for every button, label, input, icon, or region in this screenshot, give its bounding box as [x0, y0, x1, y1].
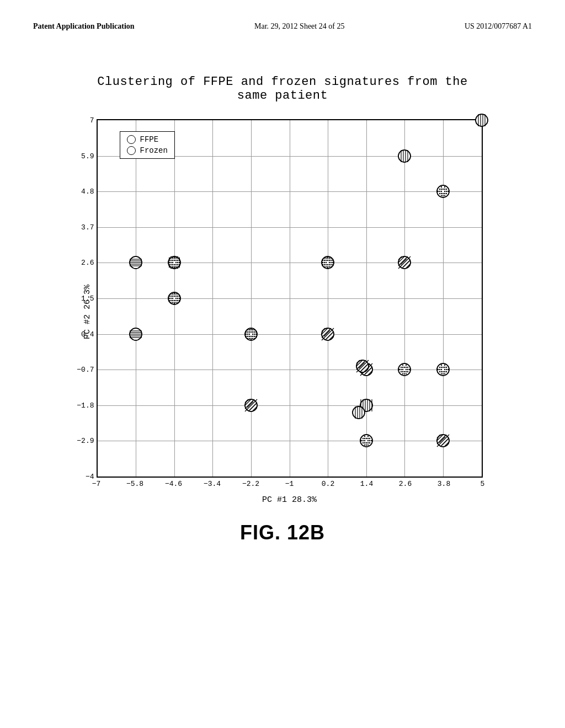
svg-point-226 [367, 445, 368, 446]
svg-point-231 [369, 440, 370, 441]
svg-point-267 [406, 365, 407, 366]
data-point-15 [435, 184, 451, 199]
data-point-1 [128, 255, 143, 270]
svg-point-165 [326, 258, 327, 259]
svg-point-286 [446, 193, 447, 194]
data-point-14 [397, 362, 412, 377]
svg-point-113 [249, 333, 250, 334]
svg-point-30 [170, 262, 171, 263]
svg-point-109 [247, 331, 248, 332]
svg-point-309 [438, 369, 439, 370]
plot-area: 7 5.9 4.8 3.7 2.6 1.5 0.4 −0.7 −1.8 −2.9… [97, 119, 483, 478]
svg-point-77 [177, 296, 178, 297]
svg-point-218 [360, 440, 361, 441]
svg-point-153 [324, 260, 325, 261]
svg-point-233 [367, 438, 368, 439]
header-right: US 2012/0077687 A1 [465, 22, 532, 31]
svg-point-273 [402, 371, 403, 372]
svg-point-92 [172, 296, 173, 297]
svg-point-314 [443, 371, 444, 372]
svg-point-93 [175, 296, 176, 297]
svg-point-85 [172, 302, 173, 303]
chart-container: Clustering of FFPE and frozen signatures… [33, 75, 532, 505]
svg-point-24 [177, 264, 178, 265]
svg-point-90 [170, 298, 171, 299]
data-point-18 [435, 433, 451, 448]
svg-point-112 [246, 333, 247, 334]
svg-point-219 [364, 440, 365, 441]
chart-area: PC #2 26.3% [83, 119, 483, 505]
svg-point-315 [446, 371, 447, 372]
svg-point-283 [447, 191, 449, 192]
svg-point-162 [331, 264, 332, 265]
svg-point-326 [444, 371, 445, 372]
svg-point-216 [365, 438, 366, 439]
legend-ffpe-label: FFPE [140, 135, 159, 144]
svg-point-227 [364, 436, 365, 437]
svg-point-35 [175, 264, 176, 265]
svg-point-126 [249, 331, 250, 332]
svg-point-258 [402, 369, 403, 370]
header-center: Mar. 29, 2012 Sheet 24 of 25 [254, 22, 344, 31]
legend-ffpe: FFPE [127, 135, 168, 144]
svg-point-114 [252, 333, 253, 334]
svg-point-234 [364, 442, 365, 443]
svg-point-317 [444, 373, 445, 374]
svg-point-292 [439, 191, 440, 192]
svg-point-285 [443, 193, 444, 194]
y-tick-15: 1.5 [81, 295, 94, 303]
svg-point-256 [407, 367, 408, 368]
x-tick-02: 0.2 [322, 480, 334, 488]
svg-point-324 [444, 367, 445, 368]
svg-point-80 [175, 298, 176, 299]
svg-point-316 [441, 373, 442, 374]
y-tick-04: 0.4 [81, 330, 94, 338]
svg-point-124 [247, 333, 248, 334]
x-tick-26: 2.6 [399, 480, 412, 488]
svg-point-230 [362, 440, 363, 441]
svg-point-125 [254, 333, 255, 334]
data-point-20 [355, 358, 370, 374]
svg-point-87 [172, 293, 173, 295]
svg-point-228 [367, 436, 368, 437]
data-point-5 [243, 326, 259, 342]
svg-point-235 [367, 442, 368, 443]
svg-point-91 [177, 298, 178, 299]
svg-point-121 [249, 329, 250, 330]
svg-point-119 [249, 338, 250, 339]
x-axis-title: PC #1 28.3% [262, 495, 317, 505]
svg-point-17 [177, 260, 178, 261]
svg-point-280 [438, 191, 439, 192]
legend-ffpe-circle [127, 135, 136, 144]
svg-point-31 [177, 262, 178, 263]
svg-point-23 [173, 264, 174, 265]
svg-point-297 [444, 193, 445, 194]
y-tick-m29: −2.9 [77, 437, 94, 445]
svg-point-232 [364, 438, 365, 439]
svg-point-263 [407, 371, 408, 372]
data-point-17 [435, 362, 451, 377]
svg-point-278 [443, 189, 444, 190]
svg-point-20 [175, 262, 176, 263]
svg-point-84 [177, 300, 178, 301]
svg-point-32 [172, 260, 173, 261]
svg-point-271 [402, 367, 403, 368]
y-tick-26: 2.6 [81, 259, 94, 267]
svg-point-82 [170, 300, 171, 301]
svg-point-15 [170, 260, 171, 261]
data-point-19 [351, 405, 366, 420]
svg-point-281 [441, 191, 442, 192]
svg-point-86 [175, 302, 176, 303]
svg-point-158 [329, 262, 330, 263]
data-point-2 [128, 326, 143, 342]
svg-point-81 [178, 298, 179, 299]
legend-frozen-circle [127, 146, 136, 155]
y-tick-59: 5.9 [81, 152, 94, 160]
svg-point-160 [324, 264, 325, 265]
svg-point-223 [365, 442, 366, 443]
svg-point-294 [441, 189, 442, 190]
svg-point-129 [252, 335, 253, 336]
svg-point-272 [406, 367, 407, 368]
svg-point-118 [254, 335, 255, 336]
svg-point-260 [409, 369, 410, 370]
